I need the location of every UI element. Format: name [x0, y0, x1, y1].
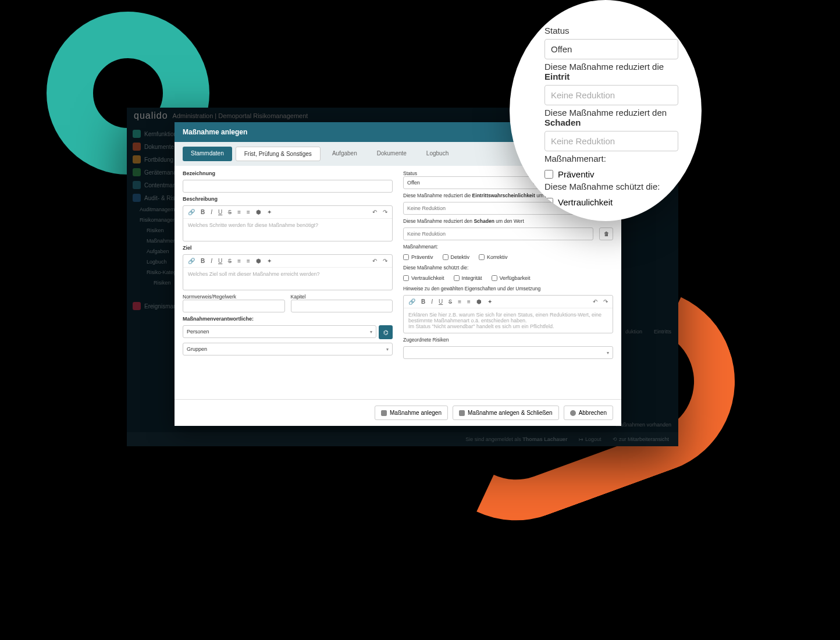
module-icon — [133, 302, 141, 310]
label-beschreibung: Beschreibung — [183, 196, 393, 202]
ul-icon[interactable]: ≡ — [247, 258, 250, 264]
chk-integritaet[interactable]: Integrität — [454, 275, 482, 281]
select-zugeordnete[interactable]: ▾ — [403, 346, 613, 359]
label-zugeordnete: Zugeordnete Risiken — [403, 337, 613, 343]
strike-icon[interactable]: S̶ — [449, 298, 452, 305]
tab-frist[interactable]: Frist, Prüfung & Sonstiges — [236, 147, 321, 161]
tab-stammdaten[interactable]: Stammdaten — [183, 147, 232, 161]
editor-body-hinweise[interactable]: Erklären Sie hier z.B. warum Sie sich fü… — [404, 308, 613, 333]
redo-icon[interactable]: ↷ — [383, 258, 387, 264]
italic-icon[interactable]: I — [431, 298, 433, 305]
tab-dokumente[interactable]: Dokumente — [369, 147, 415, 161]
editor-toolbar: 🔗 B I U S̶ ≡ ≡ ⬢ ✦ ↶ ↷ — [183, 206, 392, 219]
staff-view-link[interactable]: ⟲ zur Mitarbeiteransicht — [613, 436, 669, 442]
m-input-reduce-prob[interactable]: Keine Reduktion — [544, 85, 678, 105]
editor-ziel: 🔗 B I U S̶ ≡ ≡ ⬢ ✦ ↶ ↷ Welches Ziel soll… — [183, 254, 393, 290]
label-kapitel: Kapitel — [291, 294, 393, 300]
label-verantwortliche: Maßnahmenverantwortliche: — [183, 316, 393, 322]
chk-korrektiv[interactable]: Korrektiv — [479, 254, 508, 260]
module-icon — [133, 130, 141, 138]
module-icon — [133, 143, 141, 151]
editor-body-ziel[interactable]: Welches Ziel soll mit dieser Maßnahme er… — [183, 268, 392, 290]
link-icon[interactable]: 🔗 — [408, 298, 415, 305]
link-icon[interactable]: 🔗 — [188, 209, 195, 215]
ol-icon[interactable]: ≡ — [237, 258, 241, 264]
modal-footer: Maßnahme anlegen Maßnahme anlegen & Schl… — [175, 399, 621, 426]
redo-icon[interactable]: ↷ — [383, 209, 387, 215]
m-select-status[interactable]: Offen — [544, 39, 678, 59]
input-reduce-dmg[interactable] — [403, 227, 593, 240]
chk-detektiv[interactable]: Detektiv — [443, 254, 470, 260]
ol-icon[interactable]: ≡ — [458, 298, 461, 305]
footer: Sie sind angemeldet als Thomas Lachauer … — [127, 432, 678, 446]
chk-praeventiv[interactable]: Präventiv — [403, 254, 433, 260]
strike-icon[interactable]: S̶ — [228, 258, 232, 264]
more-icon[interactable]: ⬢ — [256, 258, 261, 264]
misc-icon[interactable]: ✦ — [267, 209, 272, 215]
bg-status-text: Maßnahmen vorhanden — [615, 422, 671, 428]
logout-link[interactable]: ↦ Logout — [579, 436, 601, 442]
ol-icon[interactable]: ≡ — [237, 209, 241, 215]
misc-icon[interactable]: ✦ — [267, 258, 272, 264]
create-close-button[interactable]: Maßnahme anlegen & Schließen — [453, 406, 559, 420]
brand-logo: qualido — [134, 111, 168, 121]
undo-icon[interactable]: ↶ — [593, 298, 597, 305]
save-icon — [459, 410, 465, 416]
more-icon[interactable]: ⬢ — [476, 298, 482, 305]
link-icon[interactable]: 🔗 — [188, 258, 195, 264]
select-personen[interactable]: Personen▾ — [183, 325, 376, 338]
left-column: Bezeichnung Beschreibung 🔗 B I U S̶ ≡ ≡ … — [183, 170, 393, 400]
checkbox-row-art: Präventiv Detektiv Korrektiv — [403, 253, 613, 261]
input-normverweis[interactable] — [183, 300, 285, 312]
editor-toolbar-hinweise: 🔗 B I U S̶ ≡ ≡ ⬢ ✦ ↶ ↷ — [404, 296, 613, 308]
trash-button[interactable]: 🗑 — [599, 227, 613, 240]
create-button[interactable]: Maßnahme anlegen — [375, 406, 448, 420]
label-status: Status — [403, 170, 539, 176]
underline-icon[interactable]: U — [439, 298, 443, 305]
checkbox-row-schuetzt: Vertraulichkeit Integrität Verfügbarkeit — [403, 274, 613, 282]
italic-icon[interactable]: I — [211, 258, 212, 264]
label-reduce-dmg: Diese Maßnahme reduziert den Schaden um … — [403, 218, 613, 224]
underline-icon[interactable]: U — [218, 258, 222, 264]
editor-toolbar-ziel: 🔗 B I U S̶ ≡ ≡ ⬢ ✦ ↶ ↷ — [183, 255, 392, 268]
undo-icon[interactable]: ↶ — [372, 209, 377, 215]
m-input-reduce-dmg[interactable]: Keine Reduktion — [544, 131, 678, 151]
chk-vertraulichkeit[interactable]: Vertraulichkeit — [403, 275, 444, 281]
ul-icon[interactable]: ≡ — [467, 298, 471, 305]
tab-logbuch[interactable]: Logbuch — [418, 147, 457, 161]
breadcrumb: Administration | Demoportal Risikomanage… — [173, 112, 308, 119]
undo-icon[interactable]: ↶ — [372, 258, 377, 264]
bold-icon[interactable]: B — [201, 258, 205, 264]
tab-aufgaben[interactable]: Aufgaben — [324, 147, 365, 161]
close-icon — [570, 410, 576, 416]
editor-body-beschreibung[interactable]: Welches Schritte werden für diese Maßnah… — [183, 219, 392, 241]
select-status[interactable]: Offen▾ — [403, 176, 539, 189]
bold-icon[interactable]: B — [201, 209, 205, 215]
label-normverweis: Normverweis/Regelwerk — [183, 294, 285, 300]
input-bezeichnung[interactable] — [183, 180, 393, 193]
module-icon — [133, 155, 141, 163]
module-icon — [133, 181, 141, 189]
m-chk-praeventiv[interactable]: Präventiv — [544, 169, 678, 179]
module-icon — [133, 194, 141, 202]
more-icon[interactable]: ⬢ — [256, 209, 261, 215]
select-gruppen[interactable]: Gruppen▾ — [183, 343, 393, 355]
chk-verfuegbarkeit[interactable]: Verfügbarkeit — [492, 275, 531, 281]
label-ziel: Ziel — [183, 245, 393, 251]
strike-icon[interactable]: S̶ — [228, 209, 232, 215]
redo-icon[interactable]: ↷ — [603, 298, 608, 305]
bold-icon[interactable]: B — [421, 298, 425, 305]
label-hinweise: Hinweise zu den gewählten Eigenschaften … — [403, 286, 613, 291]
m-label-art: Maßnahmenart: — [544, 154, 678, 163]
misc-icon[interactable]: ✦ — [487, 298, 492, 305]
label-schuetzt: Diese Maßnahme schützt die: — [403, 265, 613, 271]
ul-icon[interactable]: ≡ — [247, 209, 250, 215]
underline-icon[interactable]: U — [218, 209, 222, 215]
chevron-down-icon: ▾ — [607, 350, 609, 355]
m-label-status: Status — [544, 26, 678, 35]
org-tree-button[interactable]: ⌬ — [379, 325, 393, 339]
cancel-button[interactable]: Abbrechen — [564, 406, 613, 420]
input-kapitel[interactable] — [291, 300, 393, 312]
italic-icon[interactable]: I — [211, 209, 212, 215]
loggedin-text: Sie sind angemeldet als Thomas Lachauer — [465, 436, 567, 442]
